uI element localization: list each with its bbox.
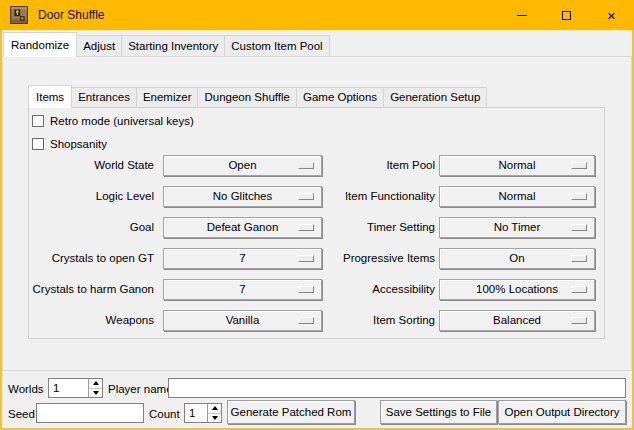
item-sorting-value: Balanced [493,314,541,326]
retro-mode-label: Retro mode (universal keys) [50,115,194,127]
item-sorting-dropdown[interactable]: Balanced [439,310,595,331]
spin-down-icon [212,416,218,420]
crystals-ganon-dropdown[interactable]: 7 [163,279,322,300]
app-window: Door Shuffle × Randomize Adjust Starting… [0,0,634,430]
menu-indicator-icon [571,224,587,231]
spin-up-icon [212,406,218,410]
item-functionality-dropdown[interactable]: Normal [439,186,595,207]
minimize-button[interactable] [499,0,544,30]
accessibility-value: 100% Locations [476,283,558,295]
logic-level-value: No Glitches [213,190,272,202]
retro-mode-checkbox[interactable]: Retro mode (universal keys) [32,112,194,130]
crystals-gt-label: Crystals to open GT [29,248,163,269]
shopsanity-label: Shopsanity [50,138,107,150]
goal-label: Goal [29,217,163,238]
tab-game-options[interactable]: Game Options [296,87,384,107]
timer-setting-dropdown[interactable]: No Timer [439,217,595,238]
tab-items[interactable]: Items [28,85,72,108]
items-pane: Retro mode (universal keys) Shopsanity W… [28,107,605,339]
window-title: Door Shuffle [38,8,105,22]
weapons-dropdown[interactable]: Vanilla [163,310,322,331]
weapons-label: Weapons [29,310,163,331]
tab-starting-inventory[interactable]: Starting Inventory [121,35,225,56]
item-sorting-label: Item Sorting [322,310,439,331]
menu-indicator-icon [571,286,587,293]
timer-setting-value: No Timer [494,221,541,233]
worlds-value[interactable]: 1 [49,379,88,397]
menu-indicator-icon [298,255,314,262]
tab-enemizer[interactable]: Enemizer [136,87,199,107]
spin-down-icon [93,391,99,395]
window-body: Randomize Adjust Starting Inventory Cust… [2,30,632,428]
close-button[interactable]: × [589,0,634,30]
count-spinner-buttons [207,404,221,422]
logic-level-dropdown[interactable]: No Glitches [163,186,322,207]
checkbox-box-icon [32,138,44,150]
crystals-gt-dropdown[interactable]: 7 [163,248,322,269]
tab-randomize[interactable]: Randomize [3,32,77,57]
menu-indicator-icon [571,317,587,324]
spin-up-button[interactable] [208,404,221,414]
count-value[interactable]: 1 [185,404,207,422]
progressive-items-label: Progressive Items [322,248,439,269]
item-pool-value: Normal [498,159,535,171]
accessibility-dropdown[interactable]: 100% Locations [439,279,595,300]
item-pool-label: Item Pool [322,155,439,176]
spin-up-button[interactable] [89,379,102,389]
maximize-icon [562,11,571,20]
tab-custom-item-pool[interactable]: Custom Item Pool [224,35,329,56]
world-state-dropdown[interactable]: Open [163,155,322,176]
accessibility-label: Accessibility [322,279,439,300]
spin-down-button[interactable] [208,414,221,423]
options-grid: World State Open Item Pool Normal Logic … [29,155,595,331]
progressive-items-dropdown[interactable]: On [439,248,595,269]
save-settings-button[interactable]: Save Settings to File [380,400,497,424]
timer-setting-label: Timer Setting [322,217,439,238]
tab-entrances[interactable]: Entrances [71,87,137,107]
count-spinner[interactable]: 1 [184,403,222,423]
tab-adjust[interactable]: Adjust [76,35,122,56]
item-functionality-value: Normal [498,190,535,202]
spin-down-button[interactable] [89,389,102,398]
close-icon: × [607,8,616,23]
crystals-ganon-label: Crystals to harm Ganon [29,279,163,300]
shopsanity-checkbox[interactable]: Shopsanity [32,135,107,153]
crystals-gt-value: 7 [239,252,245,264]
generate-patched-rom-button[interactable]: Generate Patched Rom [227,400,355,424]
maximize-button[interactable] [544,0,589,30]
open-output-directory-button[interactable]: Open Output Directory [498,400,626,424]
menu-indicator-icon [571,162,587,169]
weapons-value: Vanilla [226,314,260,326]
item-pool-dropdown[interactable]: Normal [439,155,595,176]
titlebar[interactable]: Door Shuffle × [0,0,634,30]
count-label: Count [149,404,180,424]
spin-up-icon [93,381,99,385]
world-state-value: Open [228,159,256,171]
progressive-items-value: On [509,252,524,264]
main-tab-bar: Randomize Adjust Starting Inventory Cust… [3,31,329,56]
seed-input[interactable] [36,403,144,423]
world-state-label: World State [29,155,163,176]
checkbox-box-icon [32,115,44,127]
menu-indicator-icon [571,193,587,200]
crystals-ganon-value: 7 [239,283,245,295]
randomize-pane: Items Entrances Enemizer Dungeon Shuffle… [2,56,632,371]
logic-level-label: Logic Level [29,186,163,207]
tab-generation-setup[interactable]: Generation Setup [383,87,487,107]
window-controls: × [499,0,634,30]
item-functionality-label: Item Functionality [322,186,439,207]
menu-indicator-icon [298,317,314,324]
goal-value: Defeat Ganon [207,221,279,233]
menu-indicator-icon [298,286,314,293]
randomize-sub-tab-bar: Items Entrances Enemizer Dungeon Shuffle… [28,84,486,107]
worlds-spinner-buttons [88,379,102,397]
goal-dropdown[interactable]: Defeat Ganon [163,217,322,238]
player-names-input[interactable] [168,378,626,398]
tab-dungeon-shuffle[interactable]: Dungeon Shuffle [197,87,296,107]
menu-indicator-icon [298,224,314,231]
menu-indicator-icon [298,193,314,200]
menu-indicator-icon [298,162,314,169]
worlds-label: Worlds [8,379,44,399]
worlds-spinner[interactable]: 1 [48,378,103,398]
door-icon [10,6,28,24]
